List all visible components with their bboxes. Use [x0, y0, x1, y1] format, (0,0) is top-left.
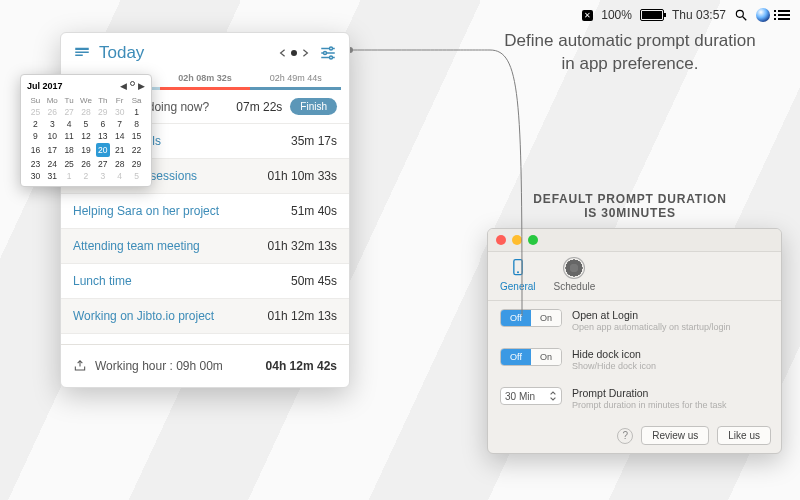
calendar-day[interactable]: 11	[61, 130, 78, 142]
calendar-day[interactable]: 5	[128, 170, 145, 182]
task-duration: 01h 32m 13s	[268, 239, 337, 253]
calendar-dow: Th	[94, 95, 111, 106]
pref-tabbar: General Schedule	[488, 252, 781, 301]
notification-center-icon[interactable]	[778, 10, 790, 20]
calendar-day[interactable]: 30	[27, 170, 44, 182]
calendar-month: Jul 2017	[27, 81, 120, 91]
calendar-dow: Su	[27, 95, 44, 106]
calendar-day[interactable]: 3	[44, 118, 61, 130]
task-label: Attending team meeting	[73, 239, 268, 253]
task-label: Helping Sara on her project	[73, 204, 291, 218]
svg-point-0	[736, 10, 743, 17]
calendar-day[interactable]: 12	[78, 130, 95, 142]
task-row[interactable]: Lunch time50m 45s	[61, 264, 349, 299]
calendar-day[interactable]: 27	[61, 106, 78, 118]
pref-footer: ? Review us Like us	[488, 418, 781, 453]
calendar-day[interactable]: 28	[78, 106, 95, 118]
task-duration: 51m 40s	[291, 204, 337, 218]
svg-rect-4	[75, 55, 83, 57]
minimize-icon[interactable]	[512, 235, 522, 245]
calendar-day[interactable]: 1	[61, 170, 78, 182]
calendar-day[interactable]: 21	[111, 142, 128, 158]
svg-point-13	[350, 47, 353, 53]
calendar-day[interactable]: 13	[94, 130, 111, 142]
pref-label: Open at Login	[572, 309, 769, 321]
task-row[interactable]: Helping Sara on her project51m 40s	[61, 194, 349, 229]
battery-icon	[640, 9, 664, 21]
siri-icon[interactable]	[756, 8, 770, 22]
pref-sublabel: Open app automatically on startup/login	[572, 322, 769, 332]
calendar-day[interactable]: 17	[44, 142, 61, 158]
pref-label: Prompt Duration	[572, 387, 769, 399]
export-icon[interactable]	[73, 359, 87, 373]
help-button[interactable]: ?	[617, 428, 633, 444]
filter-icon[interactable]	[319, 44, 337, 62]
task-row[interactable]: Attending team meeting01h 32m 13s	[61, 229, 349, 264]
task-row[interactable]: Working on Jibto.io project01h 12m 13s	[61, 299, 349, 334]
calendar-day[interactable]: 22	[128, 142, 145, 158]
toggle[interactable]: OffOn	[500, 309, 562, 327]
like-us-button[interactable]: Like us	[717, 426, 771, 445]
duration-select[interactable]: 30 Min	[500, 387, 562, 405]
segment-2[interactable]: 02h 08m 32s	[160, 69, 251, 90]
calendar-day[interactable]: 1	[128, 106, 145, 118]
svg-point-8	[330, 47, 333, 50]
calendar-day[interactable]: 19	[78, 142, 95, 158]
app-menubar-icon[interactable]: ✕	[582, 10, 593, 21]
calendar-day[interactable]: 16	[27, 142, 44, 158]
calendar-day[interactable]: 25	[27, 106, 44, 118]
calendar-day[interactable]: 15	[128, 130, 145, 142]
calendar-day[interactable]: 30	[111, 106, 128, 118]
zoom-icon[interactable]	[528, 235, 538, 245]
calendar-day[interactable]: 4	[61, 118, 78, 130]
calendar-day[interactable]: 20	[94, 142, 111, 158]
calendar-day[interactable]: 28	[111, 158, 128, 170]
calendar-day[interactable]: 29	[94, 106, 111, 118]
calendar-icon[interactable]	[73, 44, 91, 62]
calendar-day[interactable]: 7	[111, 118, 128, 130]
panel-title: Today	[99, 43, 279, 63]
calendar-day[interactable]: 31	[44, 170, 61, 182]
pref-label: Hide dock icon	[572, 348, 769, 360]
toggle[interactable]: OffOn	[500, 348, 562, 366]
calendar-day[interactable]: 2	[27, 118, 44, 130]
calendar-day[interactable]: 3	[94, 170, 111, 182]
calendar-day[interactable]: 6	[94, 118, 111, 130]
calendar-day[interactable]: 25	[61, 158, 78, 170]
svg-rect-3	[75, 52, 89, 54]
review-us-button[interactable]: Review us	[641, 426, 709, 445]
calendar-day[interactable]: 2	[78, 170, 95, 182]
date-pager[interactable]	[279, 49, 309, 57]
svg-rect-2	[75, 48, 89, 50]
calendar-day[interactable]: 10	[44, 130, 61, 142]
finish-button[interactable]: Finish	[290, 98, 337, 115]
pref-row: OffOnHide dock iconShow/Hide dock icon	[488, 340, 781, 379]
calendar-day[interactable]: 5	[78, 118, 95, 130]
total-duration: 04h 12m 42s	[266, 359, 337, 373]
calendar-day[interactable]: 26	[78, 158, 95, 170]
calendar-nav[interactable]: ◀▶	[120, 81, 145, 91]
search-icon[interactable]	[734, 8, 748, 22]
marketing-headline: Define automatic prompt durationin app p…	[490, 30, 770, 76]
calendar-day[interactable]: 26	[44, 106, 61, 118]
tab-general[interactable]: General	[500, 258, 536, 292]
calendar-day[interactable]: 9	[27, 130, 44, 142]
tab-schedule[interactable]: Schedule	[554, 258, 596, 292]
calendar-day[interactable]: 29	[128, 158, 145, 170]
calendar-day[interactable]: 4	[111, 170, 128, 182]
close-icon[interactable]	[496, 235, 506, 245]
task-duration: 50m 45s	[291, 274, 337, 288]
battery-percent: 100%	[601, 8, 632, 22]
calendar-day[interactable]: 24	[44, 158, 61, 170]
svg-point-12	[517, 271, 519, 273]
segment-3[interactable]: 02h 49m 44s	[250, 69, 341, 90]
task-duration: 01h 10m 33s	[268, 169, 337, 183]
calendar-day[interactable]: 27	[94, 158, 111, 170]
mini-calendar[interactable]: Jul 2017 ◀▶ SuMoTuWeThFrSa25262728293012…	[20, 74, 152, 187]
calendar-day[interactable]: 23	[27, 158, 44, 170]
calendar-day[interactable]: 8	[128, 118, 145, 130]
calendar-dow: We	[78, 95, 95, 106]
calendar-day[interactable]: 18	[61, 142, 78, 158]
calendar-day[interactable]: 14	[111, 130, 128, 142]
marketing-subhead: DEFAULT PROMPT DURATIONIS 30MINUTES	[500, 192, 760, 220]
